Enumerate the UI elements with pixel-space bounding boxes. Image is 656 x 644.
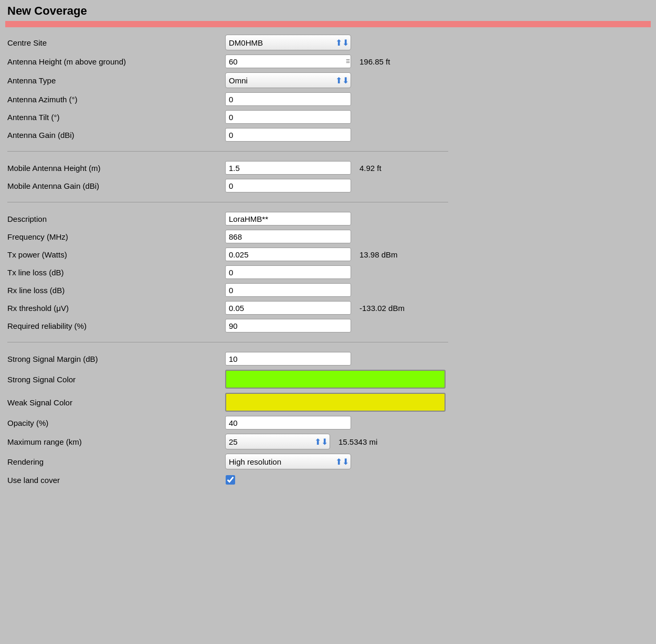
row-maximum-range: Maximum range (km) 25 10 50 100 ⬆⬇ 15.53… (5, 432, 651, 452)
antenna-tilt-control[interactable] (225, 110, 351, 124)
frequency-control[interactable] (225, 230, 351, 243)
label-description: Description (7, 214, 225, 223)
antenna-gain-control[interactable] (225, 128, 351, 142)
mobile-height-unit: 4.92 ft (359, 164, 382, 173)
antenna-height-unit: 196.85 ft (359, 57, 390, 66)
row-antenna-azimuth: Antenna Azimuth (°) (5, 90, 651, 108)
label-antenna-type: Antenna Type (7, 76, 225, 85)
mobile-height-control[interactable] (225, 161, 351, 175)
description-control[interactable] (225, 212, 351, 226)
tx-line-loss-input[interactable] (225, 265, 351, 279)
row-tx-power: Tx power (Watts) 13.98 dBm (5, 245, 651, 263)
antenna-azimuth-input[interactable] (225, 92, 351, 106)
strong-signal-color-control[interactable] (225, 370, 446, 389)
rx-threshold-control[interactable] (225, 301, 351, 315)
antenna-gain-input[interactable] (225, 128, 351, 142)
use-land-cover-control[interactable] (225, 475, 236, 485)
label-opacity: Opacity (%) (7, 418, 225, 427)
row-opacity: Opacity (%) (5, 414, 651, 432)
label-centre-site: Centre Site (7, 38, 225, 47)
antenna-height-icon-btn[interactable]: ☰ (346, 59, 350, 65)
row-antenna-height: Antenna Height (m above ground) ☰ 196.85… (5, 52, 651, 70)
row-rx-threshold: Rx threshold (μV) -133.02 dBm (5, 299, 651, 317)
mobile-gain-control[interactable] (225, 179, 351, 192)
rendering-select[interactable]: High resolution Normal resolution Low re… (225, 454, 351, 469)
use-land-cover-checkbox[interactable] (226, 475, 235, 485)
divider-2 (7, 202, 448, 202)
row-mobile-gain: Mobile Antenna Gain (dBi) (5, 177, 651, 195)
label-tx-line-loss: Tx line loss (dB) (7, 268, 225, 277)
row-tx-line-loss: Tx line loss (dB) (5, 263, 651, 281)
label-mobile-gain: Mobile Antenna Gain (dBi) (7, 181, 225, 190)
tx-power-input[interactable] (225, 248, 351, 261)
label-frequency: Frequency (MHz) (7, 232, 225, 241)
antenna-type-select[interactable]: Omni Directional Yagi (225, 72, 351, 88)
divider-3 (7, 342, 448, 342)
antenna-tilt-input[interactable] (225, 110, 351, 124)
row-strong-signal-margin: Strong Signal Margin (dB) (5, 350, 651, 368)
row-antenna-gain: Antenna Gain (dBi) (5, 126, 651, 144)
tx-line-loss-control[interactable] (225, 265, 351, 279)
opacity-control[interactable] (225, 416, 351, 430)
label-rx-line-loss: Rx line loss (dB) (7, 286, 225, 295)
antenna-height-input[interactable] (225, 55, 351, 68)
list-icon: ☰ (346, 59, 350, 65)
required-reliability-control[interactable] (225, 319, 351, 332)
tx-power-control[interactable] (225, 248, 351, 261)
row-description: Description (5, 210, 651, 228)
mobile-height-input[interactable] (225, 161, 351, 175)
rx-threshold-input[interactable] (225, 301, 351, 315)
row-frequency: Frequency (MHz) (5, 228, 651, 245)
divider-1 (7, 151, 448, 152)
label-weak-signal-color: Weak Signal Color (7, 398, 225, 407)
maximum-range-select[interactable]: 25 10 50 100 (225, 434, 330, 449)
label-mobile-height: Mobile Antenna Height (m) (7, 164, 225, 173)
section-mobile: Mobile Antenna Height (m) 4.92 ft Mobile… (5, 156, 651, 198)
label-use-land-cover: Use land cover (7, 476, 225, 485)
row-mobile-height: Mobile Antenna Height (m) 4.92 ft (5, 159, 651, 177)
weak-signal-color-control[interactable] (225, 393, 446, 412)
description-input[interactable] (225, 212, 351, 226)
antenna-azimuth-control[interactable] (225, 92, 351, 106)
section-site: Centre Site DM0HMB ⬆⬇ Antenna Height (m … (5, 29, 651, 147)
row-antenna-tilt: Antenna Tilt (°) (5, 108, 651, 126)
row-antenna-type: Antenna Type Omni Directional Yagi ⬆⬇ (5, 70, 651, 90)
rx-line-loss-input[interactable] (225, 283, 351, 297)
row-weak-signal-color: Weak Signal Color (5, 391, 651, 414)
row-rendering: Rendering High resolution Normal resolut… (5, 452, 651, 471)
strong-signal-margin-input[interactable] (225, 352, 351, 366)
label-rendering: Rendering (7, 457, 225, 466)
centre-site-select[interactable]: DM0HMB (225, 35, 351, 50)
main-container: New Coverage Centre Site DM0HMB ⬆⬇ Anten… (0, 0, 656, 502)
strong-signal-margin-control[interactable] (225, 352, 351, 366)
rx-threshold-unit: -133.02 dBm (359, 304, 405, 313)
label-rx-threshold: Rx threshold (μV) (7, 304, 225, 313)
maximum-range-select-wrapper[interactable]: 25 10 50 100 ⬆⬇ (225, 434, 330, 449)
row-strong-signal-color: Strong Signal Color (5, 368, 651, 391)
rendering-select-wrapper[interactable]: High resolution Normal resolution Low re… (225, 454, 351, 469)
antenna-height-stepper[interactable]: ☰ (225, 55, 351, 68)
label-strong-signal-color: Strong Signal Color (7, 375, 225, 384)
tx-power-unit: 13.98 dBm (359, 250, 398, 259)
maximum-range-unit: 15.5343 mi (338, 437, 377, 446)
strong-signal-color-swatch[interactable] (225, 370, 446, 389)
from-bar (5, 21, 651, 27)
weak-signal-color-swatch[interactable] (225, 393, 446, 412)
opacity-input[interactable] (225, 416, 351, 430)
row-rx-line-loss: Rx line loss (dB) (5, 281, 651, 299)
label-required-reliability: Required reliability (%) (7, 321, 225, 330)
label-antenna-gain: Antenna Gain (dBi) (7, 131, 225, 139)
mobile-gain-input[interactable] (225, 179, 351, 192)
row-required-reliability: Required reliability (%) (5, 317, 651, 335)
label-antenna-tilt: Antenna Tilt (°) (7, 113, 225, 122)
label-tx-power: Tx power (Watts) (7, 250, 225, 259)
rx-line-loss-control[interactable] (225, 283, 351, 297)
section-rf: Description Frequency (MHz) Tx power (Wa… (5, 207, 651, 338)
antenna-type-select-wrapper[interactable]: Omni Directional Yagi ⬆⬇ (225, 72, 351, 88)
centre-site-select-wrapper[interactable]: DM0HMB ⬆⬇ (225, 35, 351, 50)
required-reliability-input[interactable] (225, 319, 351, 332)
label-antenna-height: Antenna Height (m above ground) (7, 57, 225, 66)
label-antenna-azimuth: Antenna Azimuth (°) (7, 95, 225, 104)
label-strong-signal-margin: Strong Signal Margin (dB) (7, 355, 225, 363)
frequency-input[interactable] (225, 230, 351, 243)
